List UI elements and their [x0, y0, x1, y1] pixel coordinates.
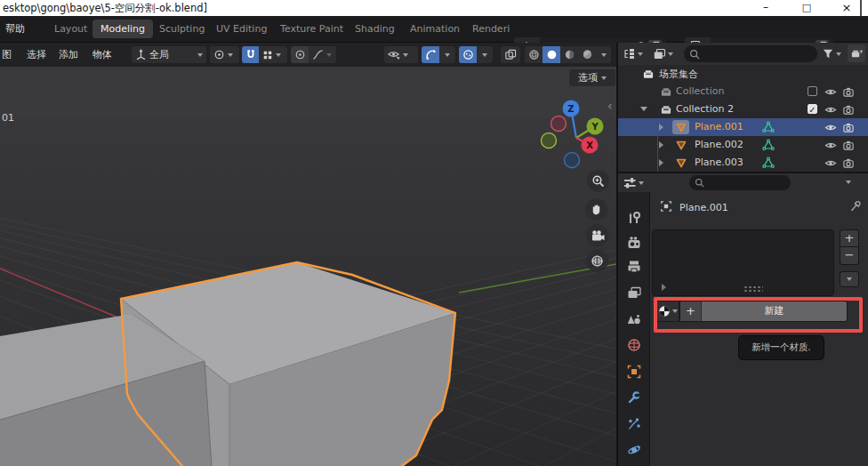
render-camera-icon[interactable]: [842, 157, 855, 169]
hide-eye-icon[interactable]: [824, 140, 837, 151]
tab-physics-icon[interactable]: [627, 443, 641, 457]
gizmo-minus-x[interactable]: [551, 116, 567, 132]
render-camera-icon[interactable]: [842, 122, 855, 133]
row-plane-003[interactable]: Plane.003: [618, 154, 868, 172]
close-button[interactable]: ×: [833, 0, 860, 16]
outliner-search-input[interactable]: [684, 45, 817, 62]
properties-editor-type-button[interactable]: [623, 175, 644, 190]
zoom-button[interactable]: [587, 170, 609, 192]
snap-toggle-button[interactable]: [242, 46, 259, 63]
show-overlays-toggle[interactable]: [459, 46, 477, 63]
list-expand-arrow[interactable]: [662, 284, 666, 291]
collection-exclude-checkbox[interactable]: [808, 86, 817, 96]
new-collection-button[interactable]: +: [848, 44, 865, 62]
tab-tool-icon[interactable]: [627, 211, 641, 225]
workspace-tab-modeling[interactable]: Modeling: [92, 20, 153, 38]
annotation-highlight-box: [654, 297, 863, 333]
hand-icon: [590, 203, 603, 216]
tab-world-icon[interactable]: [627, 338, 641, 352]
remove-material-slot-button[interactable]: −: [840, 247, 859, 265]
workspace-tab-sculpting[interactable]: Sculpting: [151, 20, 213, 38]
outliner-filter-button[interactable]: [822, 46, 841, 61]
render-camera-icon[interactable]: [842, 140, 855, 151]
shading-wireframe-button[interactable]: [525, 46, 542, 63]
gizmo-minus-y[interactable]: [542, 133, 557, 149]
gizmo-dropdown[interactable]: [439, 46, 455, 63]
menu-select[interactable]: 选择: [27, 43, 46, 67]
outliner-display-mode-button[interactable]: [653, 45, 673, 62]
workspace-tab-texture-paint[interactable]: Texture Paint: [272, 20, 351, 38]
outliner-editor-type-button[interactable]: [623, 45, 643, 62]
row-collection[interactable]: Collection: [618, 83, 868, 100]
maximize-button[interactable]: □: [793, 0, 820, 16]
hide-eye-icon[interactable]: [824, 122, 837, 133]
expand-arrow-icon[interactable]: [659, 124, 663, 131]
tab-render-icon[interactable]: [627, 236, 641, 250]
material-specials-dropdown[interactable]: [840, 271, 859, 287]
row-scene-collection[interactable]: 场景集合: [618, 65, 868, 83]
show-gizmo-toggle[interactable]: [422, 46, 439, 63]
menu-view[interactable]: 图: [2, 43, 12, 67]
hide-eye-icon[interactable]: [824, 86, 837, 98]
workspace-tab-uv-editing[interactable]: UV Editing: [208, 20, 275, 38]
proportional-falloff-dropdown[interactable]: [309, 46, 336, 63]
shading-solid-button[interactable]: [542, 46, 560, 63]
tab-output-icon[interactable]: [627, 260, 641, 274]
pin-icon[interactable]: [849, 200, 862, 213]
overlays-group: [459, 46, 493, 63]
minimize-button[interactable]: –: [752, 0, 779, 16]
overlays-dropdown[interactable]: [477, 46, 493, 63]
breadcrumb-object-name[interactable]: Plane.001: [679, 202, 728, 213]
mesh-object-icon: [675, 139, 687, 151]
row-plane-001[interactable]: Plane.001: [618, 118, 868, 136]
shading-dropdown[interactable]: [596, 46, 611, 63]
expand-arrow-icon[interactable]: [659, 159, 663, 166]
workspace-tab-layout[interactable]: Layout: [46, 20, 95, 38]
expand-arrow-icon[interactable]: [640, 107, 647, 111]
expand-arrow-icon[interactable]: [659, 141, 663, 149]
workspace-tab-shading[interactable]: Shading: [347, 20, 403, 38]
render-camera-icon[interactable]: [842, 86, 855, 98]
orthographic-toggle-button[interactable]: [586, 250, 608, 272]
menu-add[interactable]: 添加: [59, 43, 78, 67]
camera-view-button[interactable]: [586, 224, 608, 246]
hide-eye-icon[interactable]: [824, 157, 837, 169]
navigation-gizmo[interactable]: Z Y X: [526, 82, 615, 175]
properties-search-input[interactable]: [689, 175, 791, 190]
tab-viewlayer-icon[interactable]: [627, 286, 641, 301]
row-collection-2[interactable]: Collection 2 ✓: [618, 100, 868, 118]
chevron-down-icon: [326, 53, 332, 57]
shading-rendered-button[interactable]: [578, 46, 596, 63]
properties-options-dropdown[interactable]: [846, 181, 851, 184]
tab-modifiers-icon[interactable]: [627, 390, 641, 405]
solid-sphere-icon: [546, 49, 558, 60]
viewport-canvas[interactable]: 01 选项 ‹ Z Y X: [0, 67, 616, 466]
pan-button[interactable]: [585, 198, 607, 221]
hide-eye-icon[interactable]: [824, 104, 837, 116]
workspace-tab-rendering[interactable]: Renderi: [464, 20, 510, 38]
menu-help[interactable]: 帮助: [5, 16, 25, 43]
show-object-types-dropdown[interactable]: [384, 46, 418, 63]
proportional-editing-toggle[interactable]: [291, 46, 309, 63]
collection-2-exclude-checkbox[interactable]: ✓: [808, 104, 817, 114]
snap-grid-icon: [262, 50, 273, 60]
list-resize-grip[interactable]: [743, 285, 763, 293]
pivot-point-dropdown[interactable]: [210, 46, 239, 63]
workspace-tab-animation[interactable]: Animation: [402, 20, 468, 38]
tab-object-icon[interactable]: [627, 365, 641, 379]
tab-scene-icon[interactable]: [627, 313, 641, 327]
falloff-curve-icon: [312, 49, 324, 60]
transform-orientation-dropdown[interactable]: 全局: [132, 46, 206, 63]
xray-toggle[interactable]: [501, 46, 520, 63]
tab-particles-icon[interactable]: [627, 417, 641, 431]
gizmo-minus-z[interactable]: [565, 153, 580, 168]
shading-material-button[interactable]: [560, 46, 578, 63]
snap-with-dropdown[interactable]: [259, 46, 287, 63]
collection-icon: [660, 104, 672, 116]
material-sphere-icon: [564, 49, 575, 60]
row-plane-002[interactable]: Plane.002: [618, 136, 868, 154]
viewport-header: 图 选择 添加 物体 全局: [0, 43, 616, 67]
add-material-slot-button[interactable]: +: [840, 229, 859, 247]
menu-object[interactable]: 物体: [92, 43, 112, 67]
render-camera-icon[interactable]: [842, 104, 855, 116]
